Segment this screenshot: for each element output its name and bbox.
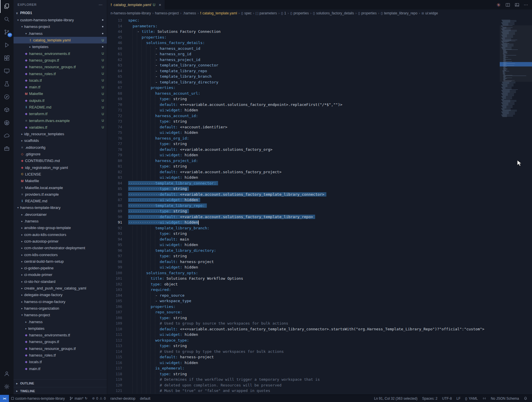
tree-folder-custom-harness-template-library[interactable]: ▾custom-harness-template-library xyxy=(14,17,107,23)
tree-folder-.devcontainer[interactable]: ▸.devcontainer xyxy=(14,211,107,218)
line-number[interactable]: 109 xyxy=(107,321,128,326)
tree-file-harness_environments.tf[interactable]: ◆harness_environments.tf xyxy=(14,332,107,338)
code-line-13[interactable]: 13spec: xyxy=(107,18,500,23)
line-number[interactable]: 64 xyxy=(107,68,128,74)
code-line-71[interactable]: 71ui:widget: hidden xyxy=(107,107,500,113)
line-number[interactable]: 115 xyxy=(107,354,128,360)
line-number[interactable]: 119 xyxy=(107,377,128,382)
line-number[interactable]: 90 xyxy=(107,214,128,220)
status-branch[interactable]: main* ↻ xyxy=(67,395,90,402)
line-number[interactable]: 121 xyxy=(107,388,128,394)
tree-file-harness_roles.tf[interactable]: ◆harness_roles.tfU xyxy=(14,70,107,77)
code-line-73[interactable]: 73type: string xyxy=(107,119,500,124)
breadcrumb-item-template_library_repo[interactable]: {}template_library_repo xyxy=(381,11,417,15)
code-line-109[interactable]: 109# Used to group by source the workspa… xyxy=(107,321,500,326)
code-line-106[interactable]: 106properties: xyxy=(107,304,500,310)
status-workspace[interactable]: custom-harness-template-library xyxy=(9,395,67,402)
activity-testing[interactable] xyxy=(0,78,14,91)
breadcrumb-item-1[interactable]: {}1 xyxy=(281,11,286,15)
code-line-105[interactable]: 105- workspace_type xyxy=(107,298,500,304)
line-number[interactable]: 63 xyxy=(107,62,128,68)
code-line-95[interactable]: 95ui:widget: hidden xyxy=(107,242,500,248)
line-number[interactable]: 68 xyxy=(107,91,128,96)
tree-folder-harness-ci-image-factory[interactable]: ▸harness-ci-image-factory xyxy=(14,298,107,305)
line-number[interactable]: 112 xyxy=(107,338,128,343)
activity-kubernetes[interactable] xyxy=(0,117,14,129)
tree-folder-idp_resource_templates[interactable]: ▸idp_resource_templates xyxy=(14,131,107,137)
minimap-canvas[interactable] xyxy=(500,17,532,394)
line-number[interactable]: 82 xyxy=(107,169,128,175)
code-line-45[interactable]: 45properties: xyxy=(107,35,500,40)
tree-file-harness_resource_groups.tf[interactable]: ◆harness_resource_groups.tf xyxy=(14,345,107,352)
tree-file-harness_resource_groups.tf[interactable]: ◆harness_resource_groups.tfU xyxy=(14,64,107,70)
code-line-97[interactable]: 97type: string xyxy=(107,253,500,259)
tree-folder-delegate-image-factory[interactable]: ▸delegate-image-factory xyxy=(14,292,107,298)
tree-file-outputs.tf[interactable]: ◆outputs.tfU xyxy=(14,97,107,104)
minimap[interactable] xyxy=(500,17,532,395)
status-profile[interactable]: default xyxy=(138,395,153,402)
timeline-section-header[interactable]: ▸ TIMELINE xyxy=(14,387,107,395)
status-cursor-position[interactable]: Ln 91, Col 32 (363 selected) xyxy=(372,395,420,402)
line-number[interactable]: 13 xyxy=(107,18,128,23)
code-line-44[interactable]: 44- title: Solutions Factory Connection xyxy=(107,29,500,35)
line-number[interactable]: 85 xyxy=(107,186,128,192)
tree-file-CONTRIBUTING.md[interactable]: ◈CONTRIBUTING.md xyxy=(14,157,107,164)
line-number[interactable]: 117 xyxy=(107,365,128,371)
tree-file-terraform.tf[interactable]: ◆terraform.tfU xyxy=(14,110,107,117)
code-line-94[interactable]: 94default: main xyxy=(107,237,500,242)
line-number[interactable]: 91 xyxy=(107,220,128,225)
line-number[interactable]: 94 xyxy=(107,237,128,242)
activity-source-control[interactable]: 57 xyxy=(0,26,14,39)
code-line-99[interactable]: 99ui:widget: hidden xyxy=(107,264,500,270)
code-line-104[interactable]: 104- repo_source xyxy=(107,293,500,298)
tree-file-Makefile[interactable]: MMakefileU xyxy=(14,90,107,97)
line-number[interactable]: 46 xyxy=(107,40,128,46)
code-line-81[interactable]: 81type: string xyxy=(107,163,500,169)
code-line-85[interactable]: 85··············type: string xyxy=(107,186,500,192)
tree-folder-templates[interactable]: ▸templates xyxy=(14,43,107,50)
line-number[interactable]: 80 xyxy=(107,158,128,164)
code-line-70[interactable]: 70default: <+<+variable.account.solution… xyxy=(107,102,500,108)
tree-file-harness_roles.tf[interactable]: ◆harness_roles.tf xyxy=(14,352,107,359)
code-line-60[interactable]: 60- harness_account_id xyxy=(107,46,500,52)
line-number[interactable]: 73 xyxy=(107,119,128,124)
line-number[interactable]: 95 xyxy=(107,242,128,248)
code-line-80[interactable]: 80harness_project_id: xyxy=(107,158,500,164)
status-broadcast[interactable] xyxy=(480,395,489,402)
code-line-100[interactable]: 100solutions_factory_opts: xyxy=(107,270,500,276)
breadcrumb-item-harness-project[interactable]: harness-project xyxy=(155,11,179,15)
code-line-67[interactable]: 67properties: xyxy=(107,85,500,91)
customize-layout-icon[interactable] xyxy=(514,2,520,7)
line-number[interactable]: 111 xyxy=(107,332,128,338)
breadcrumb-item-properties[interactable]: {}properties xyxy=(358,11,377,15)
code-line-118[interactable]: 118type: string xyxy=(107,371,500,377)
line-number[interactable]: 74 xyxy=(107,124,128,130)
activity-gitlens[interactable] xyxy=(0,91,14,104)
code-line-116[interactable]: 116ui:widget: hidden xyxy=(107,360,500,366)
tab-catalog-template-yaml[interactable]: ! catalog_template.yaml U × xyxy=(107,0,165,9)
line-number[interactable]: 114 xyxy=(107,349,128,355)
code-line-121[interactable]: 121# Must be "true" or "false" and wrapp… xyxy=(107,388,500,394)
tree-file-providers.tf.example[interactable]: ≡providers.tf.example xyxy=(14,191,107,198)
more-actions-icon[interactable]: ⋯ xyxy=(524,2,528,7)
tree-folder-.harness[interactable]: ▸.harness xyxy=(14,318,107,325)
code-line-63[interactable]: 63- template_library_connector xyxy=(107,62,500,68)
status-context[interactable]: rancher-desktop xyxy=(108,395,138,402)
code-line-61[interactable]: 61- harness_org_id xyxy=(107,51,500,57)
tree-folder-ccm-auto-k8s-connectors[interactable]: ▸ccm-auto-k8s-connectors xyxy=(14,231,107,238)
line-number[interactable]: 60 xyxy=(107,46,128,52)
line-number[interactable]: 105 xyxy=(107,298,128,304)
tree-folder-.harness[interactable]: ▾.harness xyxy=(14,30,107,37)
line-number[interactable]: 61 xyxy=(107,51,128,57)
code-line-119[interactable]: 119# Determines if the workflow will tri… xyxy=(107,377,500,382)
line-number[interactable]: 83 xyxy=(107,175,128,180)
code-line-86[interactable]: 86··············default: <+variable.acco… xyxy=(107,192,500,197)
activity-run-and-debug[interactable] xyxy=(0,39,14,52)
tree-file-harness_groups.tf[interactable]: ◆harness_groups.tf xyxy=(14,338,107,345)
code-line-107[interactable]: 107repo_source: xyxy=(107,309,500,315)
code-line-14[interactable]: 14parameters: xyxy=(107,23,500,29)
code-line-115[interactable]: 115default: harness-project xyxy=(107,354,500,360)
remote-indicator[interactable]: >< xyxy=(0,395,9,402)
line-number[interactable]: 101 xyxy=(107,276,128,281)
tree-folder-ccm-cluster-orchestrator-deployment[interactable]: ▸ccm-cluster-orchestrator-deployment xyxy=(14,245,107,251)
